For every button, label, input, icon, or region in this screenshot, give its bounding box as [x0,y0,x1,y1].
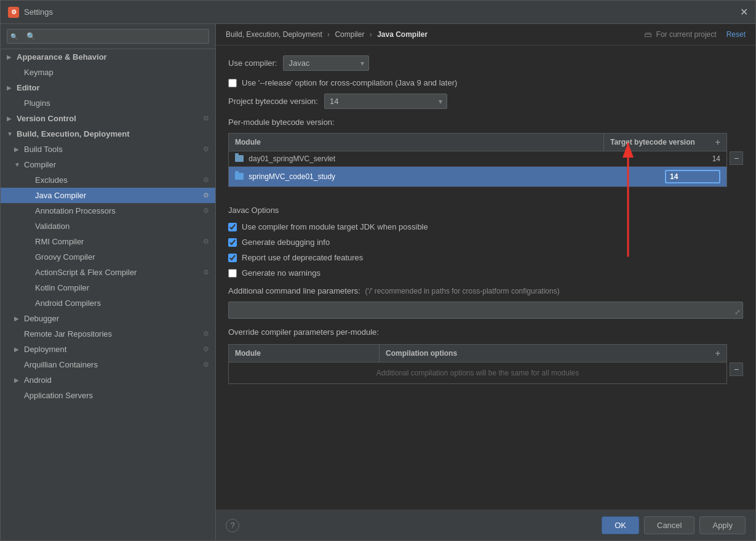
no-warnings-label: Generate no warnings [242,268,320,278]
sidebar-item-label: Plugins [24,98,50,108]
cmd-params-section: Additional command line parameters: ('/'… [228,286,743,319]
breadcrumb-part-1: Build, Execution, Deployment [226,30,322,39]
table-row[interactable]: springMVC_code01_study [229,167,727,187]
cross-compile-checkbox[interactable] [228,79,237,87]
breadcrumb-part-3: Java Compiler [377,30,428,39]
arrow-icon: ▶ [7,54,14,60]
module-column-header: Module [229,134,604,151]
title-bar: ⚙ Settings ✕ [1,1,755,24]
sidebar-item-android-compilers[interactable]: Android Compilers [1,295,215,311]
sidebar-item-kotlin-compiler[interactable]: Kotlin Compiler [1,280,215,295]
settings-icon: ⚙ [203,238,209,246]
sidebar-item-editor[interactable]: ▶ Editor [1,80,215,95]
sidebar-item-label: ActionScript & Flex Compiler [35,268,137,277]
bottom-left: ? [226,519,239,532]
th-with-plus: Target bytecode version + [610,137,720,147]
override-header-row: Module Compilation options + [229,345,727,363]
compilation-options-label: Compilation options [386,349,457,358]
module-target-checkbox[interactable] [228,223,237,231]
sidebar-item-remote-jar[interactable]: Remote Jar Repositories ⚙ [1,326,215,342]
ok-button[interactable]: OK [602,516,639,534]
sidebar-item-android[interactable]: ▶ Android [1,372,215,388]
sidebar-item-label: Build Tools [24,145,63,154]
sidebar-item-label: Build, Execution, Deployment [17,129,129,138]
sidebar-item-label: Kotlin Compiler [35,283,89,292]
version-input[interactable] [665,170,720,183]
debug-info-label: Generate debugging info [242,238,330,247]
sidebar-item-compiler[interactable]: ▼ Compiler [1,157,215,172]
settings-icon: ⚙ [203,345,209,353]
reset-link[interactable]: Reset [726,30,746,39]
sidebar-item-build-execution[interactable]: ▼ Build, Execution, Deployment [1,126,215,142]
separator-icon: › [327,30,332,39]
sidebar-item-validation[interactable]: Validation [1,218,215,234]
sidebar-item-label: Remote Jar Repositories [24,329,112,339]
sidebar-item-keymap[interactable]: Keymap [1,65,215,80]
right-panel: Build, Execution, Deployment › Compiler … [216,24,755,540]
javac-options-section: Javac Options Use compiler from module t… [228,206,743,278]
breadcrumb: Build, Execution, Deployment › Compiler … [226,30,644,39]
sidebar-item-rmi-compiler[interactable]: RMI Compiler ⚙ [1,234,215,249]
debug-info-checkbox[interactable] [228,238,237,247]
apply-button[interactable]: Apply [699,516,746,534]
sidebar-item-java-compiler[interactable]: Java Compiler ⚙ [1,188,215,203]
cmd-params-input[interactable] [228,302,743,319]
sidebar-item-arquillian[interactable]: Arquillian Containers ⚙ [1,357,215,372]
cross-compile-row: Use '--release' option for cross-compila… [228,78,743,87]
sidebar-item-label: Android [24,375,52,385]
module-version-cell [604,167,727,187]
sidebar-item-label: Editor [17,83,40,92]
add-override-button[interactable]: + [715,348,720,358]
sidebar-item-actionscript-compiler[interactable]: ActionScript & Flex Compiler ⚙ [1,265,215,280]
expand-icon[interactable]: ⤢ [734,308,741,316]
table-header-row: Module Target bytecode version + [229,134,727,151]
sidebar-item-label: Version Control [17,114,76,123]
remove-module-button[interactable]: − [730,151,743,165]
sidebar-item-version-control[interactable]: ▶ Version Control ⚙ [1,111,215,126]
sidebar-item-debugger[interactable]: ▶ Debugger [1,311,215,326]
settings-icon: ⚙ [203,207,209,215]
sidebar-item-plugins[interactable]: Plugins [1,95,215,111]
javac-option-debug-info: Generate debugging info [228,238,743,247]
no-warnings-checkbox[interactable] [228,269,237,278]
settings-icon: ⚙ [203,268,209,276]
sidebar-item-annotation-processors[interactable]: Annotation Processors ⚙ [1,203,215,218]
cancel-button[interactable]: Cancel [644,516,694,534]
override-table-wrap: Module Compilation options + [228,344,743,384]
table-row[interactable]: day01_springMVC_servlet 14 [229,151,727,167]
remove-override-button[interactable]: − [730,363,743,376]
per-module-label: Per-module bytecode version: [228,118,743,127]
override-empty-message: Additional compilation options will be t… [229,363,727,384]
for-current-project: 🗃 For current project [644,30,716,39]
sidebar-item-label: Deployment [24,345,66,354]
bottom-bar: ? OK Cancel Apply [216,510,755,540]
settings-icon: ⚙ [203,176,209,184]
right-panel-container: Build, Execution, Deployment › Compiler … [216,24,755,540]
sidebar-item-excludes[interactable]: Excludes ⚙ [1,172,215,188]
version-select[interactable]: 14 11 8 [324,94,447,109]
module-target-label: Use compiler from module target JDK when… [242,222,428,231]
help-button[interactable]: ? [226,519,239,532]
override-th-with-plus: Compilation options + [386,348,720,358]
sidebar-item-app-servers[interactable]: Application Servers [1,388,215,403]
settings-icon: ⚙ [203,145,209,153]
javac-option-deprecated: Report use of deprecated features [228,253,743,262]
sidebar-item-label: Groovy Compiler [35,252,95,262]
compiler-select[interactable]: Javac Eclipse Ajc [283,55,369,71]
add-module-button[interactable]: + [715,137,720,147]
deprecated-checkbox[interactable] [228,254,237,262]
close-button[interactable]: ✕ [740,6,748,18]
sidebar-item-label: Appearance & Behavior [17,52,107,62]
search-input[interactable] [7,29,209,44]
module-version-cell: 14 [604,151,727,167]
sidebar-tree: ▶ Appearance & Behavior Keymap ▶ Editor … [1,49,215,540]
sidebar-item-label: Java Compiler [35,191,86,200]
sidebar-item-appearance[interactable]: ▶ Appearance & Behavior [1,49,215,65]
sidebar-item-deployment[interactable]: ▶ Deployment ⚙ [1,342,215,357]
sidebar-item-build-tools[interactable]: ▶ Build Tools ⚙ [1,142,215,157]
override-compilation-header: Compilation options + [380,345,727,363]
sidebar-item-groovy-compiler[interactable]: Groovy Compiler [1,249,215,265]
sidebar-item-label: Application Servers [24,391,93,400]
arrow-icon: ▶ [14,346,22,353]
window-title: Settings [24,7,740,17]
